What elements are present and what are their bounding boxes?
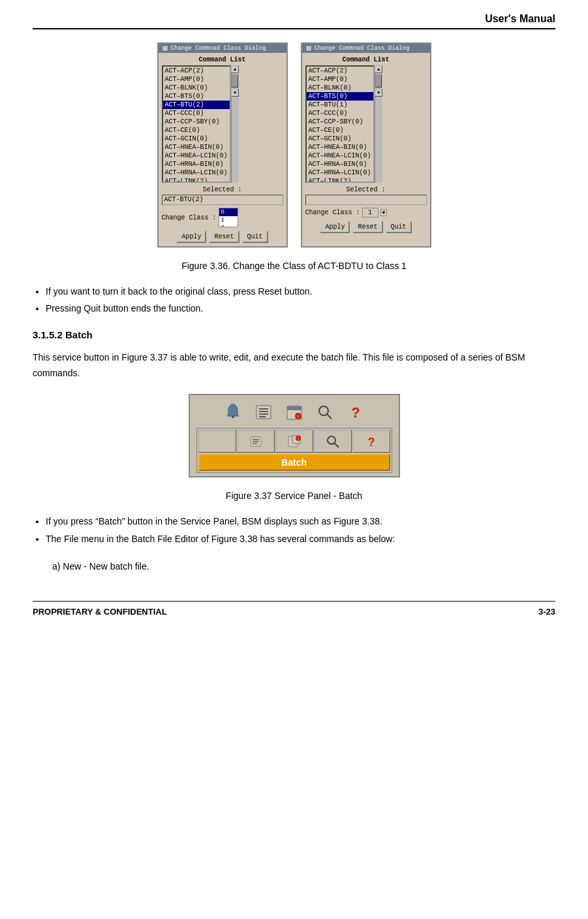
- button-row-left: Apply Reset Quit: [162, 231, 283, 243]
- scrollbar-left[interactable]: ▲ ▼: [231, 65, 239, 183]
- apply-button-right[interactable]: Apply: [320, 221, 350, 233]
- bullet-list-2: If you press “Batch” button in the Servi…: [33, 514, 555, 546]
- list-item[interactable]: ACT–AMP(0): [307, 75, 373, 84]
- list-item[interactable]: ACT–CCC(0): [307, 109, 373, 118]
- list-item[interactable]: ACT–HNEA–LCIN(0): [307, 152, 373, 160]
- list-item[interactable]: ACT–BTU(1): [307, 101, 373, 109]
- list-item[interactable]: ACT–ACP(2): [307, 67, 373, 75]
- svg-line-24: [334, 443, 339, 447]
- bullet-item-1: If you want to turn it back to the origi…: [46, 284, 555, 298]
- change-class-label-left: Change Class :: [162, 214, 217, 221]
- bullet-item-3: If you press “Batch” button in the Servi…: [46, 514, 555, 528]
- list-item[interactable]: ACT–CCP-SBY(0): [307, 118, 373, 126]
- indented-item-1: a) New - New batch file.: [52, 559, 555, 575]
- class-dropdown-left[interactable]: 0 1 2: [219, 208, 238, 227]
- list-item[interactable]: ACT–CCC(0): [163, 109, 230, 118]
- bullet-item-4: The File menu in the Batch File Editor o…: [46, 532, 555, 546]
- list-box-right[interactable]: ACT–ACP(2) ACT–AMP(0) ACT–BLNK(0) ACT–BT…: [305, 65, 375, 183]
- list-item[interactable]: ACT–BLNK(0): [307, 84, 373, 92]
- class-option-1[interactable]: 1: [219, 216, 238, 224]
- list-item[interactable]: ACT–LINK(2): [307, 177, 373, 183]
- list-icon[interactable]: [250, 398, 277, 426]
- list-item[interactable]: ACT–LINK(2): [163, 177, 230, 183]
- reset-button-left[interactable]: Reset: [209, 231, 239, 243]
- bell-icon[interactable]: [219, 398, 247, 426]
- list-item[interactable]: ACT–ACP(2): [163, 67, 230, 75]
- list-item[interactable]: ACT–BTS(0): [163, 92, 230, 101]
- svg-text:?: ?: [351, 404, 360, 421]
- list-item-selected[interactable]: ACT–BTU(2): [163, 101, 230, 109]
- scroll-down-icon[interactable]: ▼: [231, 89, 239, 97]
- list-item[interactable]: ACT–HNEA–BIN(0): [163, 143, 230, 152]
- svg-text:?: ?: [367, 436, 375, 449]
- list-item[interactable]: ACT–AMP(0): [163, 75, 230, 84]
- close-icon-right[interactable]: –: [305, 45, 312, 52]
- list-item[interactable]: ACT–CE(0): [307, 126, 373, 135]
- batch-button-container[interactable]: [311, 398, 339, 426]
- list-item[interactable]: ACT–GCIN(0): [307, 135, 373, 143]
- figure-36-caption: Figure 3.36. Change the Class of ACT-BDT…: [33, 261, 555, 271]
- search-icon[interactable]: [311, 398, 339, 426]
- button-row-right: Apply Reset Quit: [305, 221, 427, 233]
- dialog-left: – Change Commnad Class Dialog Command Li…: [157, 42, 288, 248]
- close-icon[interactable]: –: [162, 45, 168, 52]
- class-option-0[interactable]: 0: [219, 208, 238, 216]
- dialog-left-body: Command List ACT–ACP(2) ACT–AMP(0) ACT–B…: [159, 53, 286, 246]
- selected-field-left: ACT-BTU(2): [162, 195, 283, 205]
- dialog-right-title: Change Commnad Class Dialog: [315, 45, 410, 52]
- dialog-right-body: Command List ACT–ACP(2) ACT–AMP(0) ACT–B…: [302, 53, 430, 236]
- scroll-thumb[interactable]: [232, 74, 238, 88]
- command-list-label-left: Command List: [162, 56, 283, 63]
- list-item[interactable]: ACT–HRNA–BIN(0): [163, 160, 230, 169]
- scroll-up-icon[interactable]: ▲: [231, 65, 239, 73]
- service-panel: ! ?: [189, 394, 400, 477]
- list-item[interactable]: ACT–GCIN(0): [163, 135, 230, 143]
- selected-label-left: Selected :: [162, 186, 283, 193]
- svg-rect-7: [287, 406, 302, 410]
- footer-left: PROPRIETARY & CONFIDENTIAL: [33, 607, 167, 617]
- dropdown-arrow-right[interactable]: ▼: [380, 209, 388, 216]
- change-class-label-right: Change Class :: [305, 209, 360, 216]
- list-item[interactable]: ACT–CE(0): [163, 126, 230, 135]
- list-item[interactable]: ACT–CCP-SBY(0): [163, 118, 230, 126]
- scrollbar-right[interactable]: ▲ ▼: [375, 65, 382, 183]
- list-item[interactable]: ACT–HNEA–LCIN(0): [163, 152, 230, 160]
- list-item-highlighted[interactable]: ACT–BTS(0): [307, 92, 373, 101]
- scroll-up-icon-right[interactable]: ▲: [375, 65, 382, 73]
- apply-button-left[interactable]: Apply: [176, 231, 206, 243]
- svg-rect-0: [232, 416, 234, 418]
- list-container-right: ACT–ACP(2) ACT–AMP(0) ACT–BLNK(0) ACT–BT…: [305, 65, 427, 183]
- class-value-box-right: 1: [362, 208, 379, 218]
- list-item[interactable]: ACT–HRNA–BIN(0): [307, 160, 373, 169]
- section-heading: 3.1.5.2 Batch: [33, 329, 555, 340]
- list-item[interactable]: ACT–HNEA–BIN(0): [307, 143, 373, 152]
- list-item[interactable]: ACT–HRNA–LCIN(0): [163, 169, 230, 177]
- change-class-row-right: Change Class : 1 ▼: [305, 208, 427, 218]
- dialog-left-title: Change Commnad Class Dialog: [171, 45, 266, 52]
- command-list-label-right: Command List: [305, 56, 427, 63]
- list-container-left: ACT–ACP(2) ACT–AMP(0) ACT–BLNK(0) ACT–BT…: [162, 65, 283, 183]
- class-option-2[interactable]: 2: [219, 224, 238, 227]
- quit-button-left[interactable]: Quit: [242, 231, 268, 243]
- list-box-left[interactable]: ACT–ACP(2) ACT–AMP(0) ACT–BLNK(0) ACT–BT…: [162, 65, 231, 183]
- selected-field-right: [305, 195, 427, 205]
- svg-point-12: [319, 406, 328, 415]
- quit-button-right[interactable]: Quit: [386, 221, 412, 233]
- batch-button[interactable]: Batch: [198, 454, 390, 471]
- calendar-icon[interactable]: !: [281, 398, 308, 426]
- reset-button-right[interactable]: Reset: [352, 221, 382, 233]
- scroll-down-icon-right[interactable]: ▼: [375, 89, 382, 97]
- change-class-row-left: Change Class : 0 1 2: [162, 208, 283, 227]
- dialog-left-titlebar: – Change Commnad Class Dialog: [159, 44, 286, 53]
- scroll-thumb-right[interactable]: [375, 74, 382, 88]
- page-header: User's Manual: [33, 13, 555, 29]
- help-icon[interactable]: ?: [342, 398, 369, 426]
- list-item[interactable]: ACT–HRNA–LCIN(0): [307, 169, 373, 177]
- section-body: This service button in Figure 3.37 is ab…: [33, 350, 555, 381]
- figure-37-container: ! ?: [33, 394, 555, 477]
- footer-right: 3-23: [538, 607, 555, 617]
- svg-text:!: !: [298, 415, 299, 419]
- list-item[interactable]: ACT–BLNK(0): [163, 84, 230, 92]
- bullet-item-2: Pressing Quit button ends the function.: [46, 301, 555, 315]
- figure-36-container: – Change Commnad Class Dialog Command Li…: [33, 42, 555, 248]
